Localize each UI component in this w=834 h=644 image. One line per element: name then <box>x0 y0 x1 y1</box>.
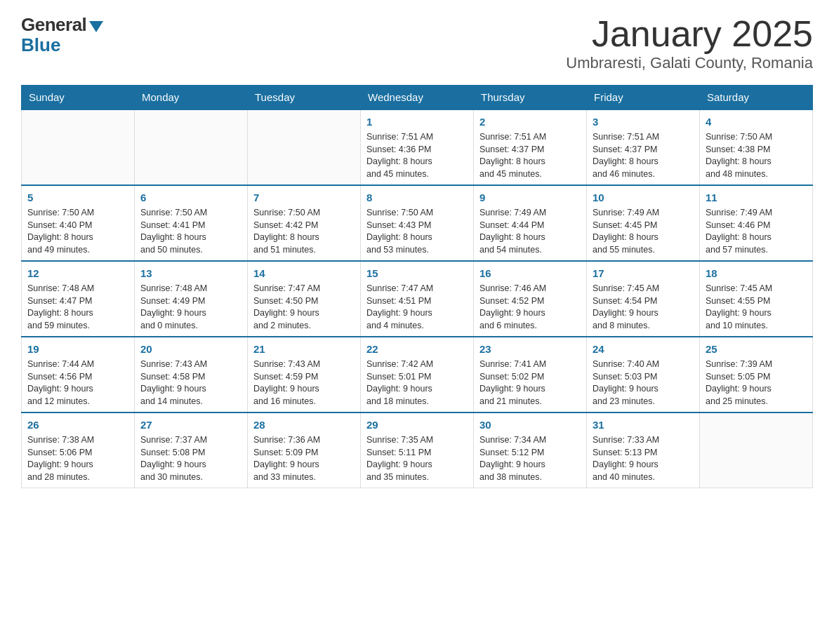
day-info: Daylight: 9 hours <box>366 383 468 396</box>
day-info: Sunrise: 7:39 AM <box>706 358 807 371</box>
calendar-cell: 14Sunrise: 7:47 AMSunset: 4:50 PMDayligh… <box>248 261 361 337</box>
day-info: Sunset: 4:40 PM <box>27 220 128 232</box>
day-info: Sunset: 4:55 PM <box>706 295 807 308</box>
day-number: 21 <box>253 342 355 356</box>
day-info: Sunrise: 7:50 AM <box>27 207 128 220</box>
day-info: Sunrise: 7:50 AM <box>366 207 468 220</box>
day-info: Sunrise: 7:45 AM <box>593 283 694 295</box>
day-info: Sunset: 4:54 PM <box>593 295 694 308</box>
day-info: and 45 minutes. <box>366 168 468 181</box>
calendar-cell: 4Sunrise: 7:50 AMSunset: 4:38 PMDaylight… <box>700 109 813 185</box>
day-info: and 38 minutes. <box>479 471 581 484</box>
day-number: 13 <box>140 266 241 281</box>
day-info: and 18 minutes. <box>366 396 468 408</box>
day-info: Sunset: 5:03 PM <box>593 371 694 384</box>
day-number: 16 <box>479 266 581 281</box>
day-info: Sunrise: 7:47 AM <box>366 283 468 295</box>
day-info: Sunrise: 7:40 AM <box>593 358 694 371</box>
calendar-cell: 23Sunrise: 7:41 AMSunset: 5:02 PMDayligh… <box>474 337 587 412</box>
calendar-cell: 1Sunrise: 7:51 AMSunset: 4:36 PMDaylight… <box>361 109 474 185</box>
day-info: Daylight: 8 hours <box>706 156 807 168</box>
day-info: Sunrise: 7:50 AM <box>253 207 355 220</box>
logo-arrow-icon <box>89 21 103 32</box>
day-info: Sunset: 5:01 PM <box>366 371 468 384</box>
day-info: and 45 minutes. <box>479 168 581 181</box>
calendar-cell: 12Sunrise: 7:48 AMSunset: 4:47 PMDayligh… <box>22 261 135 337</box>
day-info: Daylight: 8 hours <box>27 232 128 244</box>
calendar-cell: 17Sunrise: 7:45 AMSunset: 4:54 PMDayligh… <box>587 261 700 337</box>
day-info: Daylight: 9 hours <box>366 307 468 320</box>
day-info: Daylight: 9 hours <box>253 307 355 320</box>
day-info: and 21 minutes. <box>479 396 581 408</box>
day-info: Daylight: 9 hours <box>593 383 694 396</box>
day-info: Daylight: 8 hours <box>593 232 694 244</box>
day-info: Daylight: 8 hours <box>140 232 241 244</box>
day-info: Sunset: 5:06 PM <box>27 447 128 459</box>
day-number: 31 <box>593 417 694 432</box>
day-number: 2 <box>479 114 581 129</box>
calendar-week-row: 19Sunrise: 7:44 AMSunset: 4:56 PMDayligh… <box>22 337 813 412</box>
day-info: Sunrise: 7:35 AM <box>366 434 468 447</box>
day-info: Daylight: 9 hours <box>140 307 241 320</box>
day-info: Daylight: 9 hours <box>479 459 581 471</box>
day-info: and 12 minutes. <box>27 396 128 408</box>
calendar-header-sunday: Sunday <box>22 86 135 110</box>
day-info: and 6 minutes. <box>479 320 581 333</box>
day-info: Sunrise: 7:50 AM <box>706 131 807 144</box>
day-number: 4 <box>706 114 807 129</box>
day-info: Sunrise: 7:48 AM <box>27 283 128 295</box>
day-info: Sunrise: 7:49 AM <box>706 207 807 220</box>
day-info: and 28 minutes. <box>27 471 128 484</box>
day-info: and 2 minutes. <box>253 320 355 333</box>
day-info: Sunset: 4:47 PM <box>27 295 128 308</box>
day-info: Sunrise: 7:43 AM <box>253 358 355 371</box>
day-info: and 10 minutes. <box>706 320 807 333</box>
calendar-cell: 21Sunrise: 7:43 AMSunset: 4:59 PMDayligh… <box>248 337 361 412</box>
day-info: Sunset: 5:08 PM <box>140 447 241 459</box>
day-number: 12 <box>27 266 128 281</box>
day-info: Daylight: 9 hours <box>706 307 807 320</box>
day-number: 17 <box>593 266 694 281</box>
day-info: Sunset: 4:37 PM <box>479 144 581 156</box>
day-info: Sunrise: 7:38 AM <box>27 434 128 447</box>
day-number: 11 <box>706 190 807 205</box>
calendar-cell: 31Sunrise: 7:33 AMSunset: 5:13 PMDayligh… <box>587 412 700 488</box>
day-number: 8 <box>366 190 468 205</box>
day-info: Sunset: 4:50 PM <box>253 295 355 308</box>
calendar-cell: 3Sunrise: 7:51 AMSunset: 4:37 PMDaylight… <box>587 109 700 185</box>
day-info: Sunrise: 7:46 AM <box>479 283 581 295</box>
calendar-cell: 9Sunrise: 7:49 AMSunset: 4:44 PMDaylight… <box>474 185 587 261</box>
day-info: and 25 minutes. <box>706 396 807 408</box>
calendar-header-monday: Monday <box>135 86 248 110</box>
day-info: Sunrise: 7:49 AM <box>593 207 694 220</box>
day-info: Daylight: 9 hours <box>27 459 128 471</box>
calendar-header-thursday: Thursday <box>474 86 587 110</box>
day-info: Daylight: 9 hours <box>593 307 694 320</box>
day-info: Sunrise: 7:41 AM <box>479 358 581 371</box>
day-info: Sunrise: 7:47 AM <box>253 283 355 295</box>
day-info: Sunset: 4:58 PM <box>140 371 241 384</box>
day-info: and 4 minutes. <box>366 320 468 333</box>
day-info: Sunrise: 7:36 AM <box>253 434 355 447</box>
day-number: 29 <box>366 417 468 432</box>
page-header: General Blue January 2025 Umbraresti, Ga… <box>21 14 813 72</box>
day-info: Daylight: 9 hours <box>479 307 581 320</box>
day-info: Sunset: 4:37 PM <box>593 144 694 156</box>
calendar-week-row: 1Sunrise: 7:51 AMSunset: 4:36 PMDaylight… <box>22 109 813 185</box>
calendar-header-row: SundayMondayTuesdayWednesdayThursdayFrid… <box>22 86 813 110</box>
day-info: Sunset: 5:09 PM <box>253 447 355 459</box>
day-number: 10 <box>593 190 694 205</box>
calendar-week-row: 26Sunrise: 7:38 AMSunset: 5:06 PMDayligh… <box>22 412 813 488</box>
calendar-cell: 26Sunrise: 7:38 AMSunset: 5:06 PMDayligh… <box>22 412 135 488</box>
calendar-header-saturday: Saturday <box>700 86 813 110</box>
logo-general-text: General <box>21 14 86 36</box>
day-number: 9 <box>479 190 581 205</box>
day-number: 25 <box>706 342 807 356</box>
day-info: Daylight: 9 hours <box>479 383 581 396</box>
calendar-cell: 6Sunrise: 7:50 AMSunset: 4:41 PMDaylight… <box>135 185 248 261</box>
day-info: Daylight: 8 hours <box>253 232 355 244</box>
calendar-cell <box>700 412 813 488</box>
title-block: January 2025 Umbraresti, Galati County, … <box>566 14 813 72</box>
day-info: Daylight: 8 hours <box>366 156 468 168</box>
calendar-cell: 27Sunrise: 7:37 AMSunset: 5:08 PMDayligh… <box>135 412 248 488</box>
